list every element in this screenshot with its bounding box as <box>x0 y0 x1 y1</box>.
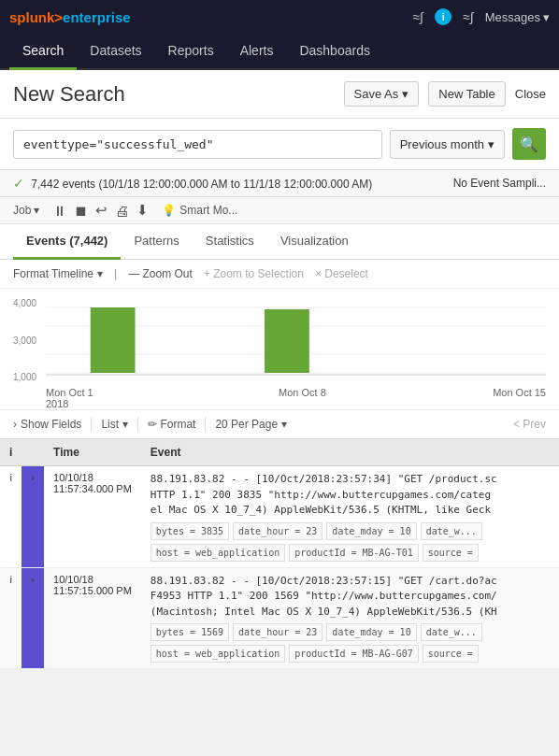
chevron-down-icon: ▾ <box>34 204 39 217</box>
zoom-selection-button[interactable]: + Zoom to Selection <box>204 267 304 280</box>
status-bar: ✓ 7,442 events (10/1/18 12:00:00.000 AM … <box>0 170 559 197</box>
search-bar: Previous month ▾ 🔍 <box>0 119 559 170</box>
top-bar: splunk>enterprise ≈∫ i ≈∫ Messages ▾ <box>0 0 559 34</box>
row-event: 88.191.83.82 - - [10/Oct/2018:23:57:15] … <box>141 567 559 669</box>
event-line3: (Macintosh; Intel Mac OS X 10_7_4) Apple… <box>150 605 550 620</box>
job-icons: ⏸ ⏹ ↩ 🖨 ⬇ <box>52 202 149 219</box>
new-table-button[interactable]: New Table <box>428 81 505 107</box>
timeline-controls: Format Timeline ▾ | — Zoom Out + Zoom to… <box>0 260 559 289</box>
download-icon[interactable]: ⬇ <box>136 202 149 219</box>
event-line2: HTTP 1.1" 200 3835 "http://www.buttercup… <box>150 488 550 504</box>
event-line2: F4953 HTTP 1.1" 200 1569 "http://www.but… <box>150 589 550 605</box>
row-expander[interactable]: › <box>22 567 44 669</box>
tab-visualization[interactable]: Visualization <box>267 224 362 260</box>
close-label: Close <box>515 87 546 101</box>
y-label-3000: 3,000 <box>13 335 36 346</box>
chevron-down-icon: ▾ <box>122 418 128 431</box>
prev-label: < Prev <box>513 418 546 431</box>
x-label-oct1: Mon Oct 12018 <box>46 387 93 409</box>
search-button[interactable]: 🔍 <box>512 128 546 160</box>
meta-date-hour: date_hour = 23 <box>233 522 322 540</box>
lightbulb-icon: 💡 <box>162 204 176 217</box>
zoom-out-label: — Zoom Out <box>128 267 193 280</box>
th-info: i <box>0 439 22 466</box>
chevron-down-icon: ▾ <box>543 10 550 24</box>
top-nav-icons: ≈∫ i ≈∫ Messages ▾ <box>413 8 550 25</box>
divider <box>91 417 92 432</box>
table-row: i › 10/10/1811:57:15.000 PM 88.191.83.82… <box>0 567 559 669</box>
divider2 <box>137 417 138 432</box>
nav-icon: ≈∫ <box>463 9 474 24</box>
info-icon[interactable]: i <box>435 8 452 25</box>
messages-button[interactable]: Messages ▾ <box>485 10 550 24</box>
format-timeline-button[interactable]: Format Timeline ▾ <box>13 267 103 280</box>
event-meta: bytes = 3835 date_hour = 23 date_mday = … <box>150 522 550 562</box>
nav-item-dashboards[interactable]: Dashboards <box>286 34 383 70</box>
new-table-label: New Table <box>438 87 494 101</box>
svg-rect-4 <box>91 307 136 373</box>
x-label-oct15: Mon Oct 15 <box>493 387 546 409</box>
meta-host: host = web_application <box>150 544 285 562</box>
smart-mode-label: Smart Mo... <box>179 204 237 217</box>
chevron-down-icon: ▾ <box>97 267 103 280</box>
chevron-down-icon: ▾ <box>281 418 287 431</box>
check-icon: ✓ <box>13 176 24 191</box>
search-input[interactable] <box>13 130 382 159</box>
smart-mode: 💡 Smart Mo... <box>162 204 237 217</box>
show-fields-label: Show Fields <box>21 418 81 431</box>
x-label-oct8: Mon Oct 8 <box>279 387 326 409</box>
meta-source: source = <box>423 645 479 663</box>
list-button[interactable]: List ▾ <box>101 418 128 431</box>
pause-icon[interactable]: ⏸ <box>52 203 66 219</box>
nav-item-datasets[interactable]: Datasets <box>77 34 154 70</box>
meta-host: host = web_application <box>150 645 285 663</box>
time-range-label: Previous month <box>400 137 484 151</box>
format-button[interactable]: ✏ Format <box>148 418 195 431</box>
time-range-picker[interactable]: Previous month ▾ <box>390 130 505 159</box>
tab-patterns[interactable]: Patterns <box>121 224 192 260</box>
per-page-button[interactable]: 20 Per Page ▾ <box>215 418 287 431</box>
chart-area: 4,000 3,000 1,000 Mon Oct 12018 Mon Oct … <box>0 289 559 410</box>
nav-item-reports[interactable]: Reports <box>155 34 227 70</box>
show-fields-button[interactable]: › Show Fields <box>13 418 81 431</box>
meta-date-w: date_w... <box>421 623 482 641</box>
meta-bytes: bytes = 1569 <box>150 623 229 641</box>
nav-item-alerts[interactable]: Alerts <box>227 34 287 70</box>
main-nav: Search Datasets Reports Alerts Dashboard… <box>0 34 559 70</box>
meta-date-mday: date_mday = 10 <box>326 522 416 540</box>
job-button[interactable]: Job ▾ <box>13 204 39 217</box>
th-expand <box>22 439 44 466</box>
save-as-label: Save As <box>354 87 399 101</box>
divider3 <box>205 417 206 432</box>
prev-button[interactable]: < Prev <box>513 418 546 431</box>
event-line1: 88.191.83.82 - - [10/Oct/2018:23:57:15] … <box>150 574 550 590</box>
deselect-button[interactable]: × Deselect <box>315 267 368 280</box>
tab-events[interactable]: Events (7,442) <box>13 224 121 260</box>
logo: splunk>enterprise <box>9 9 131 25</box>
nav-item-search[interactable]: Search <box>9 34 77 70</box>
row-expander[interactable]: › <box>22 466 44 568</box>
meta-bytes: bytes = 3835 <box>150 522 229 540</box>
stop-icon[interactable]: ⏹ <box>74 203 88 219</box>
y-label-1000: 1,000 <box>13 372 36 382</box>
event-line3: el Mac OS X 10_7_4) AppleWebKit/536.5 (K… <box>150 503 550 519</box>
row-time: 10/10/1811:57:34.000 PM <box>44 466 141 568</box>
list-label: List <box>101 418 119 431</box>
tab-statistics[interactable]: Statistics <box>193 224 267 260</box>
zoom-out-button[interactable]: — Zoom Out <box>128 267 193 280</box>
content-area: New Search Save As ▾ New Table Close Pre… <box>0 70 559 669</box>
sampling-status: No Event Sampli... <box>453 177 546 190</box>
print-icon[interactable]: 🖨 <box>115 203 129 219</box>
deselect-label: × Deselect <box>315 267 368 280</box>
event-count: 7,442 events (10/1/18 12:00:00.000 AM to… <box>31 178 372 191</box>
close-button[interactable]: Close <box>515 87 546 101</box>
meta-date-hour: date_hour = 23 <box>233 623 322 641</box>
row-info-icon[interactable]: i <box>0 466 22 568</box>
save-as-button[interactable]: Save As ▾ <box>344 81 420 107</box>
meta-date-w: date_w... <box>421 522 482 540</box>
y-label-4000: 4,000 <box>13 298 36 308</box>
svg-rect-5 <box>265 309 309 373</box>
row-info-icon[interactable]: i <box>0 567 22 669</box>
job-label: Job <box>13 204 31 217</box>
refresh-icon[interactable]: ↩ <box>95 202 108 219</box>
